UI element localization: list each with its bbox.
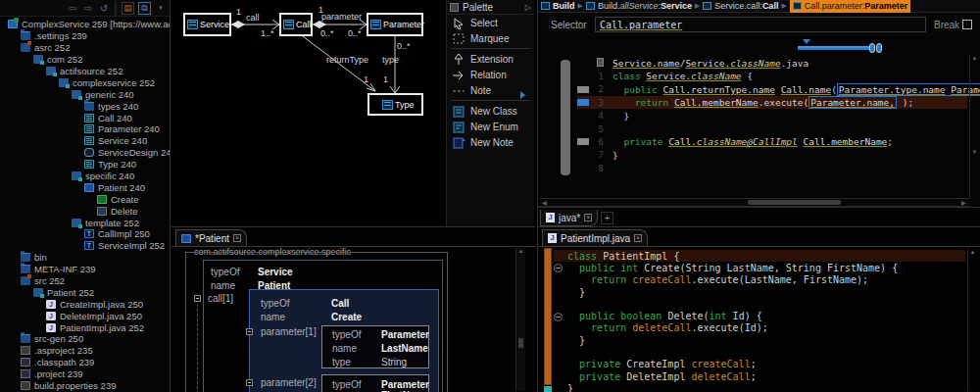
tree-item[interactable]: actifsource 252 bbox=[0, 66, 170, 77]
palette-item-new-class[interactable]: New Class bbox=[447, 103, 534, 119]
breadcrumb-item-build[interactable]: Build bbox=[553, 1, 575, 11]
tree-item[interactable]: ComplexService 259 [https://www.actif bbox=[0, 19, 170, 30]
tree-item[interactable]: JPatientImpl.java 252 bbox=[0, 321, 170, 333]
close-icon[interactable]: × bbox=[233, 234, 241, 242]
fold-icon[interactable] bbox=[554, 311, 564, 322]
tree-item[interactable]: JDeleteImpl.java 250 bbox=[0, 310, 170, 321]
tree-item[interactable]: specific 240 bbox=[0, 171, 170, 182]
palette-item-relation[interactable]: Relation bbox=[447, 67, 534, 82]
break-checkbox[interactable] bbox=[962, 20, 972, 29]
tree-item[interactable]: Call 240 bbox=[0, 112, 170, 123]
code-line: 4 } bbox=[577, 110, 967, 122]
diagram-node-type[interactable]: Type bbox=[368, 93, 423, 116]
tree-item[interactable]: Patient 252 bbox=[0, 286, 170, 298]
instance-icon bbox=[84, 183, 94, 192]
slider-handle[interactable] bbox=[876, 43, 882, 53]
delete-icon bbox=[97, 207, 107, 216]
tree-item[interactable]: TCallImpl 250 bbox=[0, 228, 170, 240]
code-line: public boolean Delete(int Id) { bbox=[554, 311, 965, 322]
class-icon bbox=[541, 2, 550, 10]
vertical-scrollbar[interactable]: ▲ bbox=[967, 249, 977, 391]
diagram-node-service[interactable]: Service bbox=[183, 13, 231, 36]
chevron-right-icon: ▶ bbox=[781, 2, 786, 10]
refresh-icon[interactable]: ↺ bbox=[98, 3, 110, 14]
selector-input[interactable]: Call.parameter bbox=[595, 17, 926, 32]
tree-item[interactable]: .project 239 bbox=[0, 368, 170, 380]
collapse-toggle[interactable] bbox=[194, 295, 201, 302]
tree-item[interactable]: Parameter 240 bbox=[0, 123, 170, 135]
class-icon bbox=[84, 136, 94, 145]
back-icon[interactable]: ⇦ bbox=[67, 3, 78, 14]
edge-label-type: type bbox=[382, 55, 399, 65]
zoom-slider[interactable] bbox=[798, 46, 870, 50]
tree-item[interactable]: .asproject 235 bbox=[0, 345, 170, 357]
palette-item-new-enum[interactable]: New Enum bbox=[447, 119, 534, 134]
tree-item-label: .project 239 bbox=[34, 368, 83, 379]
diagram-node-call[interactable]: Call bbox=[279, 13, 313, 36]
scroll-right-icon[interactable]: ▶ bbox=[961, 199, 966, 206]
palette: Palette ▷ SelectMarqueeExtensionRelation… bbox=[446, 0, 534, 226]
palette-item-extension[interactable]: Extension bbox=[447, 51, 534, 67]
collapse-toggle[interactable] bbox=[246, 328, 253, 335]
relation-icon bbox=[453, 70, 466, 80]
tree-item[interactable]: bin bbox=[0, 252, 170, 264]
collapse-toggle[interactable] bbox=[246, 379, 253, 386]
palette-collapse-icon[interactable]: ▷ bbox=[525, 3, 531, 12]
tree-item[interactable]: Type 240 bbox=[0, 159, 170, 171]
breadcrumb-item-parameter[interactable]: Call.parameter:Parameter bbox=[790, 0, 911, 13]
scrollbar-thumb[interactable] bbox=[561, 60, 570, 175]
tree-item[interactable]: .settings 239 bbox=[0, 30, 170, 42]
tree-item[interactable]: Service 240 bbox=[0, 135, 170, 147]
tree-item[interactable]: build.properties 239 bbox=[0, 380, 170, 392]
vertical-scrollbar[interactable]: ▲▼ bbox=[969, 55, 979, 197]
forward-icon[interactable]: ⇨ bbox=[82, 3, 94, 14]
tree-item[interactable]: Create bbox=[0, 193, 170, 205]
code-line: } bbox=[554, 334, 965, 346]
code-line: 3 return Call.memberName.execute(Paramet… bbox=[577, 96, 967, 109]
close-icon[interactable]: × bbox=[584, 214, 592, 221]
tree-item[interactable]: types 240 bbox=[0, 100, 170, 112]
new-tab-button[interactable]: + bbox=[601, 212, 613, 224]
palette-item-marquee[interactable]: Marquee bbox=[447, 30, 534, 46]
close-icon[interactable]: × bbox=[634, 234, 642, 242]
vertical-scrollbar[interactable]: ▲ bbox=[515, 248, 525, 391]
tree-item[interactable]: .classpath 239 bbox=[0, 357, 170, 368]
tree-item[interactable]: src-gen 250 bbox=[0, 333, 170, 345]
view-menu-icon[interactable]: ▾ bbox=[155, 4, 167, 12]
tree-item[interactable]: TServiceImpl 252 bbox=[0, 240, 170, 252]
diagram-node-parameter[interactable]: Parameter bbox=[367, 13, 423, 36]
tab-java[interactable]: J java* × bbox=[540, 210, 598, 226]
palette-item-select[interactable]: Select bbox=[447, 15, 534, 30]
class-icon bbox=[283, 20, 294, 29]
tree-item[interactable]: generic 240 bbox=[0, 88, 170, 100]
palette-item-new-note[interactable]: New Note bbox=[447, 134, 534, 150]
tree-item[interactable]: JCreateImpl.java 250 bbox=[0, 298, 170, 310]
slider-handle[interactable] bbox=[869, 43, 875, 53]
tab-patient[interactable]: *Patient × bbox=[175, 229, 247, 246]
tab-label: *Patient bbox=[195, 233, 229, 244]
tree-item[interactable]: Delete bbox=[0, 205, 170, 217]
link-with-editor-icon[interactable]: ⧉ bbox=[138, 2, 151, 15]
collapse-all-icon[interactable]: ▤ bbox=[122, 2, 134, 15]
tree-item[interactable]: META-INF 239 bbox=[0, 264, 170, 275]
tree-item[interactable]: src 252 bbox=[0, 275, 170, 287]
tree-item[interactable]: asrc 252 bbox=[0, 42, 170, 54]
tree-item[interactable]: com 252 bbox=[0, 54, 170, 66]
breadcrumb-item-service[interactable]: Build.allService:Service bbox=[598, 1, 692, 11]
class-icon bbox=[370, 20, 381, 29]
folder-icon bbox=[21, 265, 30, 273]
fold-icon[interactable] bbox=[554, 262, 564, 273]
tree-item-label: build.properties 239 bbox=[34, 380, 116, 391]
tree-item-label: CreateImpl.java 250 bbox=[60, 299, 143, 310]
sash-handle[interactable] bbox=[520, 91, 525, 99]
tree-item[interactable]: template 252 bbox=[0, 217, 170, 228]
tab-patientimpl[interactable]: J PatientImpl.java × bbox=[542, 229, 648, 246]
breadcrumb-item-call[interactable]: Service.call:Call bbox=[714, 1, 778, 11]
tree-item[interactable]: ServiceDesign 240 bbox=[0, 147, 170, 159]
tree-item[interactable]: complexservice 252 bbox=[0, 76, 170, 88]
diagram-editor[interactable]: Service Call Parameter Type call 1 1..* … bbox=[172, 0, 446, 226]
tree-item[interactable]: Patient 240 bbox=[0, 181, 170, 193]
scroll-left-icon[interactable]: ◀ bbox=[542, 199, 547, 206]
pkgfolder-icon bbox=[72, 219, 81, 227]
scrollbar-thumb[interactable] bbox=[748, 200, 841, 205]
